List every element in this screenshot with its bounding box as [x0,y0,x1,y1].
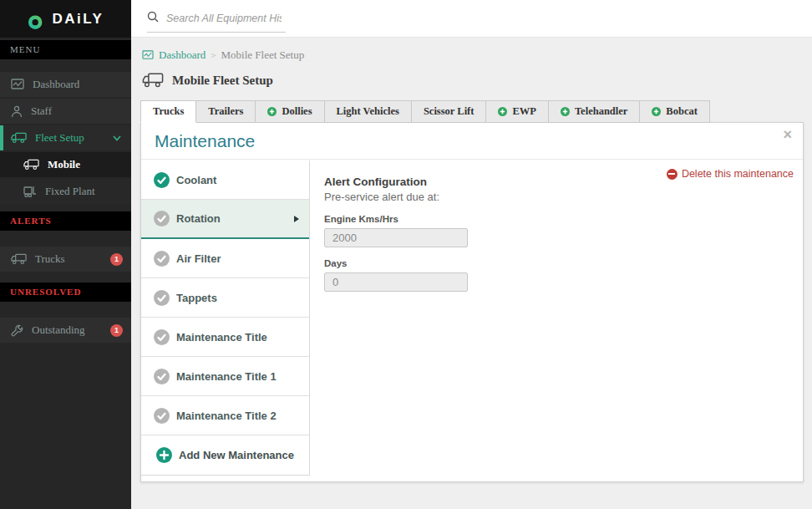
sidebar-item-dashboard[interactable]: Dashboard [0,72,131,97]
maintenance-item-label: Maintenance Title 1 [176,370,277,383]
sidebar-item-fleet-setup[interactable]: Fleet Setup [0,125,131,150]
close-icon[interactable]: × [783,127,792,142]
main-content: Dashboard > Mobile Fleet Setup Mobile Fl… [131,38,812,509]
sidebar-item-label: Staff [31,104,52,118]
tab-light-vehicles[interactable]: Light Vehicles [325,100,412,123]
tab-dollies[interactable]: Dollies [256,100,324,123]
tab-label: Light Vehicles [337,105,399,118]
sidebar-item-outstanding[interactable]: Outstanding1 [0,318,131,343]
tab-telehandler[interactable]: Telehandler [549,100,640,123]
maintenance-item-air-filter[interactable]: Air Filter [141,239,309,278]
sidebar-item-staff[interactable]: Staff [0,99,131,124]
maintenance-item-maintenance-title-1[interactable]: Maintenance Title 1 [141,357,309,396]
delete-maintenance-label: Delete this maintenance [682,168,794,180]
engine-kms-hrs-input[interactable] [324,228,468,247]
tab-bar: TrucksTrailersDolliesLight VehiclesSciss… [140,100,812,123]
plus-circle-small-icon [561,107,570,116]
tab-scissor-lift[interactable]: Scissor Lift [412,100,487,123]
truck-icon [11,253,27,265]
tab-label: Trailers [208,105,243,118]
maintenance-list: CoolantRotationAir FilterTappetsMaintena… [141,160,310,476]
maintenance-item-label: Add New Maintenance [179,449,294,461]
truck-icon [11,132,27,144]
delete-maintenance-button[interactable]: Delete this maintenance [667,168,794,180]
maintenance-item-rotation[interactable]: Rotation [141,200,309,239]
sidebar-section-header-alerts: ALERTS [0,211,131,231]
plus-circle-icon [156,447,172,463]
maintenance-modal: Maintenance × CoolantRotationAir FilterT… [140,122,804,482]
modal-title: Maintenance [155,131,255,151]
alert-count-badge: 1 [110,253,123,266]
alert-count-badge: 1 [110,324,123,337]
sidebar-section-header-menu: MENU [0,40,131,59]
plus-circle-small-icon [267,107,277,116]
check-circle-pending-icon [154,251,170,267]
maintenance-item-label: Rotation [176,212,221,225]
search-input[interactable] [166,13,282,24]
alert-config-form: Alert Configuration Pre-service alert du… [311,160,803,292]
check-circle-pending-icon [154,408,170,424]
maintenance-item-label: Maintenance Title 2 [176,410,277,422]
days-input[interactable] [324,272,468,292]
sidebar-item-label: Mobile [48,158,80,171]
breadcrumb-dashboard-link[interactable]: Dashboard [159,48,206,62]
plus-circle-small-icon [652,107,661,116]
logo-text: DAiLY [53,11,104,28]
add-new-maintenance-button[interactable]: Add New Maintenance [141,435,309,475]
check-circle-pending-icon [154,290,170,306]
equipment-search [147,11,286,33]
breadcrumb: Dashboard > Mobile Fleet Setup [131,38,812,62]
maintenance-item-label: Tappets [176,292,217,304]
sidebar: MENUDashboardStaffFleet SetupMobileFixed… [0,38,131,509]
check-circle-pending-icon [154,211,170,227]
chevron-down-icon [113,135,121,141]
dashboard-icon [142,50,154,60]
caret-right-icon [294,216,299,222]
modal-body: CoolantRotationAir FilterTappetsMaintena… [141,160,803,481]
tab-bobcat[interactable]: Bobcat [640,100,710,123]
sidebar-section-header-unresolved: UNRESOLVED [0,282,131,302]
tab-label: Bobcat [666,105,698,118]
tab-label: Telehandler [575,105,627,118]
maintenance-item-label: Air Filter [176,252,221,265]
tab-label: Scissor Lift [424,105,475,118]
maintenance-detail-pane: Delete this maintenance Alert Configurat… [311,160,803,481]
check-circle-done-icon [154,172,170,188]
plus-circle-small-icon [498,107,507,116]
tab-trailers[interactable]: Trailers [196,100,256,123]
tab-label: Trucks [153,105,184,118]
page-title-row: Mobile Fleet Setup [142,73,812,88]
check-circle-pending-icon [154,369,170,384]
sidebar-item-mobile[interactable]: Mobile [0,152,131,177]
maintenance-item-coolant[interactable]: Coolant [141,160,309,200]
minus-circle-icon [667,169,678,180]
sidebar-item-label: Trucks [35,252,65,266]
maintenance-item-label: Maintenance Title [176,331,267,344]
field-label: Engine Kms/Hrs [324,214,803,224]
app-logo[interactable]: DAiLY [0,0,131,38]
sidebar-item-label: Outstanding [32,323,85,337]
search-icon [147,11,159,26]
form-section-subtitle: Pre-service alert due at: [324,191,803,203]
modal-header: Maintenance [141,123,803,160]
sidebar-item-trucks[interactable]: Trucks1 [0,247,131,272]
sidebar-item-fixed-plant[interactable]: Fixed Plant [0,179,131,204]
tab-ewp[interactable]: EWP [486,100,548,123]
truck-icon [142,73,164,88]
maintenance-item-maintenance-title[interactable]: Maintenance Title [141,318,309,357]
logo-d-icon [28,9,46,29]
wrench-icon [11,324,23,337]
staff-icon [11,105,23,118]
page-title: Mobile Fleet Setup [172,74,273,88]
maintenance-item-maintenance-title-2[interactable]: Maintenance Title 2 [141,396,309,435]
check-circle-pending-icon [154,329,170,345]
breadcrumb-current: Mobile Fleet Setup [221,48,305,62]
field-label: Days [324,258,803,268]
maintenance-item-tappets[interactable]: Tappets [141,278,309,318]
field-engine-kms-hrs: Engine Kms/Hrs [324,214,803,247]
maintenance-item-label: Coolant [176,174,216,186]
tab-trucks[interactable]: Trucks [140,100,196,123]
truck-icon [23,159,39,171]
tab-label: EWP [512,105,535,118]
forklift-icon [23,186,37,197]
